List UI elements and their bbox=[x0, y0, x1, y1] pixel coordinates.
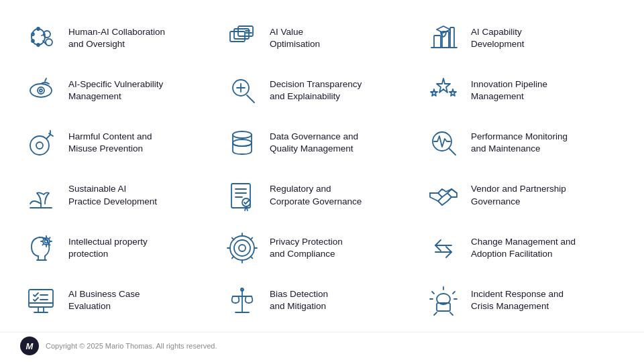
footer-logo: M bbox=[20, 337, 39, 355]
svg-line-52 bbox=[442, 193, 447, 197]
item-change-management: Change Management andAdoption Facilitati… bbox=[423, 222, 624, 274]
ai-vulnerability-label: AI-Specific VulnerabilityManagement bbox=[68, 78, 163, 103]
svg-line-35 bbox=[46, 135, 50, 139]
plant-hand-icon bbox=[23, 178, 59, 214]
svg-marker-32 bbox=[431, 89, 437, 96]
magnifier-icon bbox=[224, 72, 260, 109]
footer-copyright: Copyright © 2025 Mario Thomas. All right… bbox=[46, 342, 217, 350]
svg-line-97 bbox=[434, 312, 437, 315]
arrows-lr-icon bbox=[425, 230, 462, 266]
svg-line-11 bbox=[33, 41, 34, 42]
scales-icon bbox=[224, 282, 260, 318]
bomb-icon bbox=[23, 125, 59, 161]
svg-rect-17 bbox=[434, 36, 441, 48]
item-human-ai: Human-AI Collaborationand Oversight bbox=[20, 12, 221, 64]
svg-line-64 bbox=[49, 237, 50, 238]
items-grid: Human-AI Collaborationand Oversight AI V… bbox=[0, 0, 644, 332]
performance-monitoring-label: Performance Monitoringand Maintenance bbox=[471, 131, 568, 155]
svg-line-73 bbox=[232, 237, 234, 239]
svg-line-98 bbox=[450, 312, 453, 315]
building-chart-icon bbox=[425, 20, 462, 56]
svg-point-38 bbox=[36, 142, 43, 149]
item-ip-protection: Intellectual propertyprotection bbox=[20, 222, 221, 274]
handshake-icon bbox=[425, 178, 462, 214]
item-incident-response: Incident Response andCrisis Management bbox=[423, 274, 624, 326]
svg-line-62 bbox=[42, 237, 43, 238]
decision-transparency-label: Decision Transparencyand Explainability bbox=[270, 78, 362, 103]
item-harmful-content: Harmful Content andMisuse Prevention bbox=[20, 117, 221, 169]
item-vendor: Vendor and PartnershipGovernance bbox=[423, 169, 624, 221]
human-ai-label: Human-AI Collaborationand Oversight bbox=[68, 26, 165, 50]
item-sustainable-ai: Sustainable AIPractice Development bbox=[20, 169, 221, 221]
item-business-case: AI Business CaseEvaluation bbox=[20, 274, 221, 326]
svg-line-63 bbox=[49, 244, 50, 245]
item-bias-detection: Bias Detectionand Mitigation bbox=[221, 274, 423, 326]
item-ai-vulnerability: AI-Specific VulnerabilityManagement bbox=[20, 64, 221, 117]
item-data-governance: Data Governance andQuality Management bbox=[221, 117, 423, 169]
incident-response-label: Incident Response andCrisis Management bbox=[471, 288, 564, 312]
stars-icon bbox=[425, 72, 462, 109]
svg-point-24 bbox=[38, 87, 44, 94]
footer: M Copyright © 2025 Mario Thomas. All rig… bbox=[0, 332, 644, 362]
svg-point-39 bbox=[233, 131, 252, 138]
svg-line-94 bbox=[453, 292, 455, 294]
svg-marker-31 bbox=[437, 78, 450, 93]
svg-marker-33 bbox=[449, 89, 456, 96]
brain-network-icon bbox=[23, 20, 59, 56]
privacy-label: Privacy Protectionand Compliance bbox=[270, 236, 343, 260]
svg-point-57 bbox=[45, 239, 48, 243]
item-innovation-pipeline: Innovation PipelineManagement bbox=[423, 64, 624, 117]
svg-point-23 bbox=[30, 84, 52, 97]
certificate-icon bbox=[224, 178, 260, 214]
svg-line-65 bbox=[42, 244, 43, 245]
vendor-label: Vendor and PartnershipGovernance bbox=[471, 183, 566, 207]
item-performance-monitoring: Performance Monitoringand Maintenance bbox=[423, 117, 624, 169]
svg-line-26 bbox=[45, 78, 46, 81]
item-ai-value: AI ValueOptimisation bbox=[221, 12, 423, 64]
target-cog-icon bbox=[224, 230, 260, 266]
heartbeat-search-icon bbox=[425, 125, 462, 161]
bias-detection-label: Bias Detectionand Mitigation bbox=[270, 288, 328, 312]
business-case-label: AI Business CaseEvaluation bbox=[68, 288, 140, 312]
svg-rect-79 bbox=[29, 290, 53, 307]
item-ai-capability: AI CapabilityDevelopment bbox=[423, 12, 624, 64]
harmful-content-label: Harmful Content andMisuse Prevention bbox=[68, 131, 152, 155]
database-icon bbox=[224, 125, 260, 161]
eye-shield-icon bbox=[23, 72, 59, 109]
change-management-label: Change Management andAdoption Facilitati… bbox=[471, 236, 576, 260]
innovation-pipeline-label: Innovation PipelineManagement bbox=[471, 78, 547, 103]
svg-line-28 bbox=[247, 95, 254, 103]
money-cards-icon bbox=[224, 20, 260, 56]
svg-line-74 bbox=[251, 256, 253, 258]
svg-point-67 bbox=[234, 240, 250, 256]
monitor-checklist-icon bbox=[23, 282, 59, 318]
svg-line-93 bbox=[432, 292, 434, 294]
svg-line-76 bbox=[232, 256, 234, 258]
ip-protection-label: Intellectual propertyprotection bbox=[68, 236, 148, 260]
svg-point-68 bbox=[239, 245, 246, 251]
sustainable-ai-label: Sustainable AIPractice Development bbox=[68, 183, 157, 207]
svg-point-25 bbox=[40, 89, 42, 92]
item-privacy: Privacy Protectionand Compliance bbox=[221, 222, 423, 274]
alarm-icon bbox=[425, 282, 462, 318]
svg-line-42 bbox=[449, 148, 455, 155]
ai-value-label: AI ValueOptimisation bbox=[270, 26, 320, 50]
head-gear-icon bbox=[23, 230, 59, 266]
svg-rect-45 bbox=[231, 184, 250, 208]
svg-line-75 bbox=[251, 237, 253, 239]
ai-capability-label: AI CapabilityDevelopment bbox=[471, 26, 525, 50]
item-regulatory: Regulatory andCorporate Governance bbox=[221, 169, 423, 221]
item-decision-transparency: Decision Transparencyand Explainability bbox=[221, 64, 423, 117]
svg-rect-19 bbox=[450, 27, 454, 48]
svg-line-51 bbox=[246, 206, 248, 210]
data-governance-label: Data Governance andQuality Management bbox=[270, 131, 358, 155]
svg-point-40 bbox=[233, 139, 252, 146]
regulatory-label: Regulatory andCorporate Governance bbox=[270, 183, 362, 207]
